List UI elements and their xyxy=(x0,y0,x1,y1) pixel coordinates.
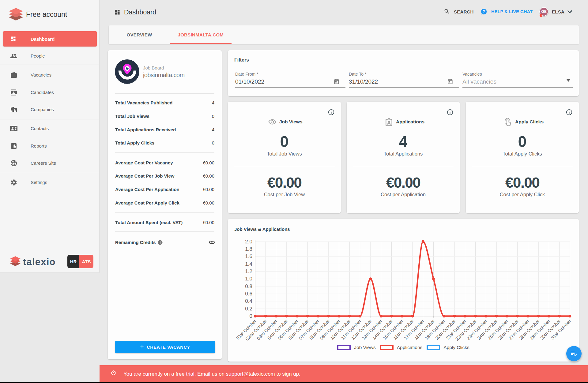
svg-text:1.0: 1.0 xyxy=(245,276,252,282)
svg-text:1.6: 1.6 xyxy=(245,253,252,259)
svg-text:1.8: 1.8 xyxy=(245,246,252,252)
svg-text:0.2: 0.2 xyxy=(245,306,252,312)
svg-text:0.6: 0.6 xyxy=(245,291,252,297)
svg-text:2.0: 2.0 xyxy=(245,239,252,245)
svg-text:?: ? xyxy=(483,9,485,14)
svg-text:0: 0 xyxy=(250,313,252,319)
svg-text:1.2: 1.2 xyxy=(245,268,252,274)
svg-text:0.4: 0.4 xyxy=(245,298,252,304)
svg-text:0.8: 0.8 xyxy=(245,283,252,289)
svg-text:1.4: 1.4 xyxy=(245,261,252,267)
